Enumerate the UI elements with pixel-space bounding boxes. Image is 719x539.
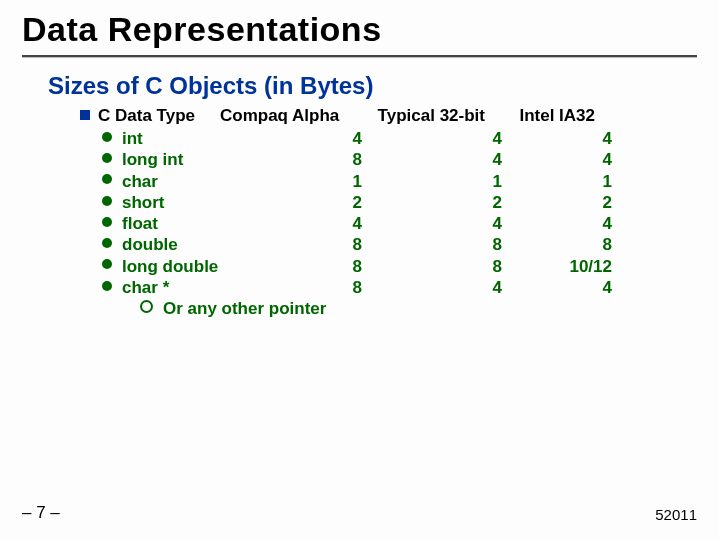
cell-ia32: 2 [502, 192, 612, 213]
table-row: char *844 [80, 277, 719, 298]
cell-type: int [122, 128, 262, 149]
footer-page-number: – 7 – [22, 503, 60, 523]
cell-ia32: 4 [502, 149, 612, 170]
round-bullet-icon [102, 196, 112, 206]
cell-alpha: 8 [262, 149, 362, 170]
cell-ia32: 4 [502, 277, 612, 298]
table-row: char111 [80, 171, 719, 192]
round-bullet-icon [102, 238, 112, 248]
square-bullet-icon [80, 110, 90, 120]
sub-note-row: Or any other pointer [140, 298, 719, 321]
cell-typ32: 1 [362, 171, 502, 192]
cell-ia32: 4 [502, 128, 612, 149]
round-bullet-icon [102, 132, 112, 142]
slide: Data Representations Sizes of C Objects … [0, 0, 719, 539]
cell-type: char [122, 171, 262, 192]
circle-bullet-icon [140, 300, 153, 313]
cell-ia32: 10/12 [502, 256, 612, 277]
cell-ia32: 1 [502, 171, 612, 192]
sub-note-text: Or any other pointer [163, 299, 326, 318]
round-bullet-icon [102, 174, 112, 184]
cell-typ32: 4 [362, 128, 502, 149]
cell-alpha: 1 [262, 171, 362, 192]
cell-type: char * [122, 277, 262, 298]
cell-ia32: 8 [502, 234, 612, 255]
cell-typ32: 4 [362, 213, 502, 234]
table-row: long double8810/12 [80, 256, 719, 277]
table-header-row: C Data TypeCompaq AlphaTypical 32-bitInt… [80, 106, 719, 126]
title-wrap: Data Representations [0, 0, 719, 51]
header-typical-32bit: Typical 32-bit [343, 106, 485, 126]
cell-type: short [122, 192, 262, 213]
table-row: long int844 [80, 149, 719, 170]
table-row: double888 [80, 234, 719, 255]
cell-typ32: 8 [362, 234, 502, 255]
cell-type: double [122, 234, 262, 255]
footer-course-number: 52011 [655, 506, 697, 523]
cell-type: float [122, 213, 262, 234]
header-compaq-alpha: Compaq Alpha [220, 106, 343, 126]
content-area: C Data TypeCompaq AlphaTypical 32-bitInt… [0, 106, 719, 321]
cell-ia32: 4 [502, 213, 612, 234]
round-bullet-icon [102, 281, 112, 291]
cell-alpha: 2 [262, 192, 362, 213]
table-row: float444 [80, 213, 719, 234]
cell-typ32: 4 [362, 277, 502, 298]
slide-subtitle: Sizes of C Objects (in Bytes) [0, 58, 719, 106]
round-bullet-icon [102, 259, 112, 269]
cell-alpha: 8 [262, 234, 362, 255]
slide-title: Data Representations [22, 10, 697, 49]
cell-alpha: 4 [262, 128, 362, 149]
cell-typ32: 2 [362, 192, 502, 213]
table-row: int444 [80, 128, 719, 149]
cell-alpha: 8 [262, 277, 362, 298]
header-c-data-type: C Data Type [98, 106, 220, 126]
cell-alpha: 4 [262, 213, 362, 234]
cell-type: long int [122, 149, 262, 170]
table-row: short222 [80, 192, 719, 213]
round-bullet-icon [102, 217, 112, 227]
cell-type: long double [122, 256, 262, 277]
cell-alpha: 8 [262, 256, 362, 277]
cell-typ32: 8 [362, 256, 502, 277]
round-bullet-icon [102, 153, 112, 163]
cell-typ32: 4 [362, 149, 502, 170]
header-intel-ia32: Intel IA32 [485, 106, 595, 126]
